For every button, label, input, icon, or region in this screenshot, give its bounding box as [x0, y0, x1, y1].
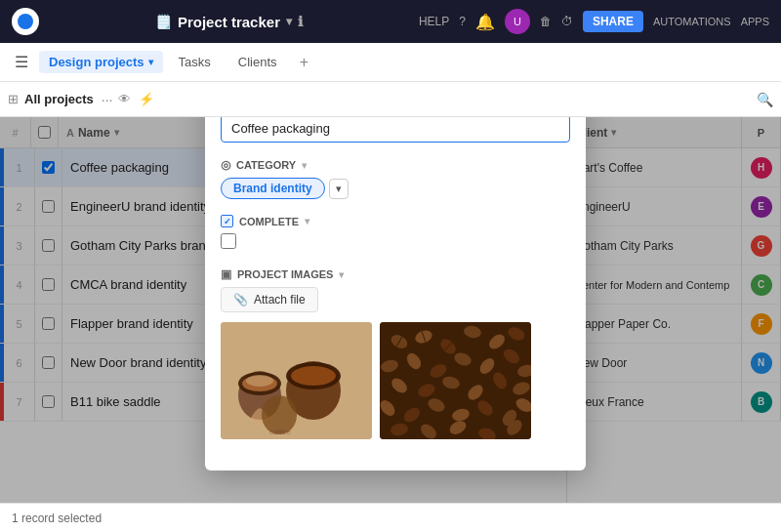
- category-field-section: ◎ CATEGORY ▾ Brand identity ▾: [221, 158, 570, 199]
- filter-icon[interactable]: ⚡: [139, 92, 154, 106]
- images-row: coffee: [221, 322, 570, 439]
- category-tag[interactable]: Brand identity: [221, 178, 325, 199]
- tab-tasks[interactable]: Tasks: [167, 49, 223, 75]
- second-bar: ☰ Design projects ▾ Tasks Clients +: [0, 43, 781, 82]
- svg-point-4: [246, 375, 273, 387]
- app-title: Project tracker: [178, 14, 280, 30]
- category-field-icon: ◎: [221, 158, 230, 172]
- svg-point-7: [291, 366, 336, 386]
- complete-checkbox[interactable]: [221, 233, 236, 249]
- apps-label[interactable]: APPS: [741, 16, 769, 27]
- category-dropdown-button[interactable]: ▾: [329, 179, 349, 199]
- bottom-bar: 1 record selected: [0, 503, 781, 532]
- project-image-2[interactable]: [380, 322, 531, 439]
- add-tab-button[interactable]: +: [293, 51, 316, 74]
- project-images-label-text: PROJECT IMAGES: [237, 268, 333, 280]
- attach-label: Attach file: [254, 293, 306, 307]
- svg-text:coffee: coffee: [269, 428, 291, 436]
- top-bar-right: HELP ? 🔔 U 🗑 ⏱ SHARE AUTOMATIONS APPS: [419, 9, 769, 34]
- third-bar: ⊞ All projects ··· 👁 ⚡ 🔍: [0, 82, 781, 117]
- name-input[interactable]: [221, 117, 570, 143]
- status-text: 1 record selected: [12, 512, 102, 525]
- all-projects-label[interactable]: All projects: [24, 92, 94, 106]
- share-button[interactable]: SHARE: [583, 11, 643, 32]
- hamburger-button[interactable]: ☰: [8, 49, 35, 76]
- workspace-label: Design projects: [49, 55, 144, 69]
- notifications-icon[interactable]: 🔔: [475, 13, 495, 31]
- coffee-beans-svg: [380, 322, 531, 439]
- tab-clients[interactable]: Clients: [226, 49, 289, 75]
- complete-field-icon: ✓: [221, 215, 233, 227]
- category-label-text: CATEGORY: [236, 159, 296, 171]
- complete-dropdown-icon: ▾: [305, 216, 309, 226]
- name-field-section: A NAME ▾: [221, 117, 570, 143]
- project-images-label: ▣ PROJECT IMAGES ▾: [221, 267, 570, 281]
- attach-file-button[interactable]: 📎 Attach file: [221, 287, 318, 312]
- top-bar-center: 🗒️ Project tracker ▾ ℹ: [155, 14, 303, 30]
- project-images-dropdown: ▾: [339, 269, 344, 280]
- coffee-cups-image: coffee: [221, 322, 372, 439]
- modal-body: A NAME ▾ ◎ CATEGORY ▾ Brand identity ▾: [205, 117, 586, 471]
- workspace-dropdown-icon: ▾: [148, 57, 153, 67]
- top-bar: 🗒️ Project tracker ▾ ℹ HELP ? 🔔 U 🗑 ⏱ SH…: [0, 0, 781, 43]
- eye-icon[interactable]: 👁: [118, 92, 131, 106]
- coffee-beans-image: [380, 322, 531, 439]
- automations-label[interactable]: AUTOMATIONS: [653, 16, 731, 27]
- help-label[interactable]: HELP: [419, 15, 449, 28]
- title-dropdown-icon[interactable]: ▾: [286, 15, 292, 28]
- complete-field-section: ✓ COMPLETE ▾: [221, 215, 570, 252]
- project-images-section: ▣ PROJECT IMAGES ▾ 📎 Attach file: [221, 267, 570, 439]
- complete-field-label: ✓ COMPLETE ▾: [221, 215, 570, 227]
- workspace-button[interactable]: Design projects ▾: [39, 51, 163, 73]
- trash-icon[interactable]: 🗑: [540, 15, 552, 28]
- category-field-label: ◎ CATEGORY ▾: [221, 158, 570, 172]
- clock-icon[interactable]: ⏱: [561, 15, 573, 28]
- project-image-1[interactable]: coffee: [221, 322, 372, 439]
- doc-icon: 🗒️: [155, 14, 172, 29]
- app-logo: [12, 8, 39, 35]
- complete-label-text: COMPLETE: [239, 216, 299, 227]
- help-icon[interactable]: ?: [459, 15, 466, 28]
- grid-view-icon: ⊞: [8, 92, 19, 106]
- record-modal: ‹ › Coffee packaging ▾ ⊞ ACTIVITY × A NA…: [205, 117, 586, 471]
- options-icon[interactable]: ···: [102, 92, 113, 107]
- coffee-cups-svg: coffee: [221, 322, 372, 439]
- project-images-icon: ▣: [221, 267, 231, 281]
- category-dropdown-icon: ▾: [302, 160, 307, 171]
- user-avatar[interactable]: U: [505, 9, 530, 34]
- table-area: # A Name ▾ ● 1 Coffee packaging B: [0, 117, 781, 503]
- info-icon[interactable]: ℹ: [298, 14, 303, 29]
- top-bar-left: [12, 8, 39, 35]
- category-select: Brand identity ▾: [221, 178, 570, 199]
- attach-icon: 📎: [233, 293, 248, 307]
- search-icon[interactable]: 🔍: [757, 92, 773, 107]
